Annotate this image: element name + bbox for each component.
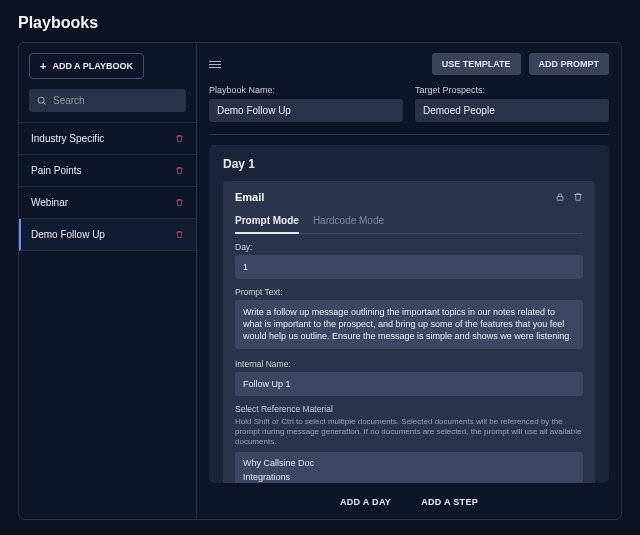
day-input[interactable] xyxy=(235,255,583,279)
bottom-actions: ADD A DAY ADD A STEP xyxy=(209,493,609,507)
reference-material-label: Select Reference Material xyxy=(235,404,583,414)
main-content: USE TEMPLATE ADD PROMPT Playbook Name: T… xyxy=(197,43,621,519)
reference-option[interactable]: Why Callsine Doc xyxy=(235,456,583,470)
day-title: Day 1 xyxy=(223,157,595,171)
trash-icon[interactable] xyxy=(175,134,184,143)
use-template-button[interactable]: USE TEMPLATE xyxy=(432,53,521,75)
add-day-button[interactable]: ADD A DAY xyxy=(340,497,391,507)
page-title: Playbooks xyxy=(0,0,640,42)
prompt-text-label: Prompt Text: xyxy=(235,287,583,297)
playbook-item-label: Demo Follow Up xyxy=(31,229,105,240)
form-fields: Playbook Name: Target Prospects: xyxy=(209,85,609,135)
topbar: USE TEMPLATE ADD PROMPT xyxy=(209,53,609,75)
reference-option[interactable]: Integrations xyxy=(235,470,583,483)
playbook-name-input[interactable] xyxy=(209,99,403,122)
step-card: Email Prompt Mode Hardcode Mode xyxy=(223,181,595,483)
trash-icon[interactable] xyxy=(175,166,184,175)
svg-rect-2 xyxy=(557,197,563,201)
trash-icon[interactable] xyxy=(573,192,583,202)
tab-hardcode-mode[interactable]: Hardcode Mode xyxy=(313,211,384,233)
svg-point-0 xyxy=(38,97,44,103)
internal-name-label: Internal Name: xyxy=(235,359,583,369)
add-step-button[interactable]: ADD A STEP xyxy=(421,497,478,507)
top-actions: USE TEMPLATE ADD PROMPT xyxy=(432,53,609,75)
step-title: Email xyxy=(235,191,264,203)
mode-tabs: Prompt Mode Hardcode Mode xyxy=(235,211,583,234)
lock-icon[interactable] xyxy=(555,192,565,202)
playbook-name-label: Playbook Name: xyxy=(209,85,403,95)
playbook-item-industry-specific[interactable]: Industry Specific xyxy=(19,122,196,155)
target-prospects-label: Target Prospects: xyxy=(415,85,609,95)
reference-material-hint: Hold Shift or Ctrl to select multiple do… xyxy=(235,417,583,448)
day-card: Day 1 Email Prompt Mode Hardco xyxy=(209,145,609,483)
playbook-item-label: Pain Points xyxy=(31,165,82,176)
svg-line-1 xyxy=(43,102,46,105)
playbook-item-label: Webinar xyxy=(31,197,68,208)
internal-name-input[interactable] xyxy=(235,372,583,396)
add-playbook-button[interactable]: + ADD A PLAYBOOK xyxy=(29,53,144,79)
trash-icon[interactable] xyxy=(175,198,184,207)
search-wrap[interactable] xyxy=(29,89,186,112)
playbook-item-label: Industry Specific xyxy=(31,133,104,144)
tab-prompt-mode[interactable]: Prompt Mode xyxy=(235,211,299,234)
search-input[interactable] xyxy=(53,95,178,106)
prompt-text-input[interactable] xyxy=(235,300,583,348)
add-prompt-button[interactable]: ADD PROMPT xyxy=(529,53,610,75)
reference-material-select[interactable]: Why Callsine Doc Integrations Teams Func… xyxy=(235,452,583,483)
playbook-item-webinar[interactable]: Webinar xyxy=(19,187,196,219)
sidebar: + ADD A PLAYBOOK Industry Specific Pain … xyxy=(19,43,197,519)
menu-icon[interactable] xyxy=(209,61,221,68)
day-label: Day: xyxy=(235,242,583,252)
playbook-list: Industry Specific Pain Points Webinar De… xyxy=(19,122,196,251)
playbook-item-demo-follow-up[interactable]: Demo Follow Up xyxy=(19,219,196,251)
playbook-item-pain-points[interactable]: Pain Points xyxy=(19,155,196,187)
main-panel: + ADD A PLAYBOOK Industry Specific Pain … xyxy=(18,42,622,520)
add-playbook-label: ADD A PLAYBOOK xyxy=(52,61,133,71)
trash-icon[interactable] xyxy=(175,230,184,239)
search-icon xyxy=(37,96,47,106)
target-prospects-input[interactable] xyxy=(415,99,609,122)
